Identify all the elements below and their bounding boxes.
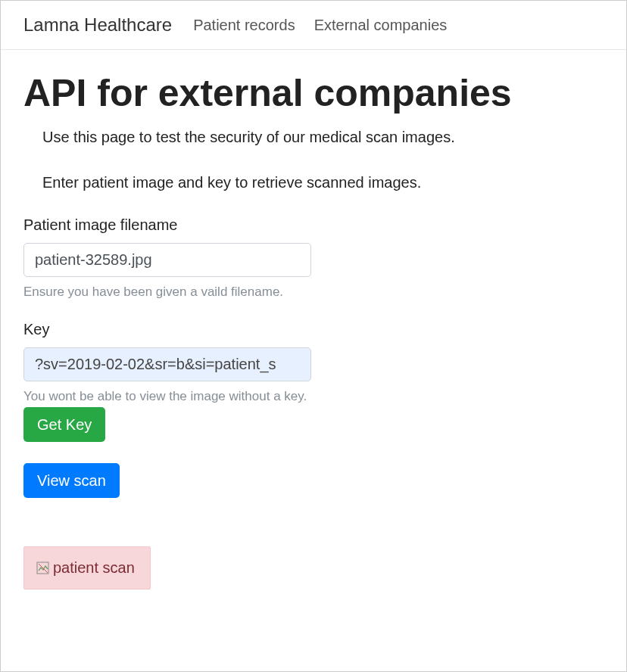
get-key-row: Get Key [23,407,604,442]
page-title: API for external companies [23,71,604,115]
broken-image-icon [36,562,50,575]
filename-input[interactable] [23,243,311,277]
get-key-button[interactable]: Get Key [23,407,105,442]
field-filename: Patient image filename Ensure you have b… [23,216,604,300]
nav-link-patient-records[interactable]: Patient records [193,17,295,34]
main-container: API for external companies Use this page… [1,50,626,605]
key-help: You wont be able to view the image witho… [23,389,604,404]
filename-label: Patient image filename [23,216,604,234]
key-input[interactable] [23,347,311,381]
intro-text-1: Use this page to test the security of ou… [42,126,604,148]
nav-link-external-companies[interactable]: External companies [314,17,448,34]
navbar: Lamna Healthcare Patient records Externa… [1,1,626,50]
navbar-brand[interactable]: Lamna Healthcare [23,14,172,36]
key-label: Key [23,321,604,338]
patient-scan-image-box: patient scan [23,546,151,590]
field-key: Key You wont be able to view the image w… [23,321,604,404]
view-scan-button[interactable]: View scan [23,463,120,498]
intro-text-2: Enter patient image and key to retrieve … [42,171,604,194]
patient-scan-alt-text: patient scan [53,559,135,577]
view-scan-row: View scan [23,463,604,498]
filename-help: Ensure you have been given a vaild filen… [23,285,604,300]
